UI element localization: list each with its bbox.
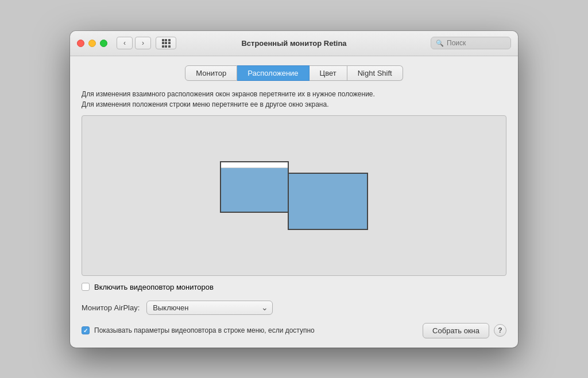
- tab-layout[interactable]: Расположение: [237, 65, 309, 81]
- monitor-area[interactable]: [82, 115, 506, 276]
- tab-color[interactable]: Цвет: [310, 65, 347, 81]
- minimize-button[interactable]: [88, 40, 96, 47]
- search-box[interactable]: 🔍: [431, 37, 511, 49]
- nav-buttons: ‹ ›: [117, 37, 151, 49]
- back-icon: ‹: [123, 39, 126, 47]
- description-line2: Для изменения положения строки меню пере…: [82, 99, 506, 110]
- close-button[interactable]: [77, 40, 84, 47]
- footer-right: Собрать окна ?: [423, 323, 506, 338]
- airplay-select[interactable]: Выключен Apple TV AirPlay Display: [146, 301, 273, 315]
- titlebar: ‹ › Встроенный монитор Retina 🔍: [70, 31, 518, 56]
- monitors-display: [220, 161, 368, 230]
- grid-icon: [162, 39, 171, 48]
- forward-button[interactable]: ›: [135, 37, 151, 49]
- show-mirror-label: Показывать параметры видеоповтора в стро…: [94, 326, 315, 334]
- search-icon: 🔍: [436, 40, 444, 47]
- maximize-button[interactable]: [100, 40, 107, 47]
- footer-row: ✓ Показывать параметры видеоповтора в ст…: [82, 323, 506, 338]
- video-mirror-checkbox[interactable]: [82, 283, 90, 291]
- airplay-label: Монитор AirPlay:: [82, 303, 140, 312]
- video-mirror-row: Включить видеоповтор мониторов: [82, 283, 506, 291]
- airplay-row: Монитор AirPlay: Выключен Apple TV AirPl…: [82, 301, 506, 315]
- tabs-row: Монитор Расположение Цвет Night Shift: [82, 65, 506, 81]
- airplay-select-wrapper: Выключен Apple TV AirPlay Display ⌄: [146, 301, 273, 315]
- window-title: Встроенный монитор Retina: [241, 39, 346, 48]
- main-window: ‹ › Встроенный монитор Retina 🔍 Монитор …: [70, 31, 518, 348]
- secondary-monitor[interactable]: [288, 173, 368, 230]
- search-input[interactable]: [447, 39, 506, 47]
- description: Для изменения взаимного расположения око…: [82, 89, 506, 110]
- show-mirror-checkbox[interactable]: ✓: [82, 326, 90, 334]
- forward-icon: ›: [142, 39, 144, 47]
- traffic-lights: [77, 40, 107, 47]
- checkmark-icon: ✓: [83, 328, 88, 334]
- footer-left: ✓ Показывать параметры видеоповтора в ст…: [82, 326, 315, 334]
- description-line1: Для изменения взаимного расположения око…: [82, 89, 506, 99]
- back-button[interactable]: ‹: [117, 37, 133, 49]
- primary-monitor[interactable]: [220, 161, 289, 213]
- menubar: [221, 162, 288, 168]
- video-mirror-label: Включить видеоповтор мониторов: [94, 283, 214, 291]
- content-area: Монитор Расположение Цвет Night Shift Дл…: [70, 56, 518, 348]
- gather-button[interactable]: Собрать окна: [423, 323, 489, 338]
- grid-button[interactable]: [156, 37, 176, 49]
- help-button[interactable]: ?: [494, 324, 506, 337]
- tab-nightshift[interactable]: Night Shift: [347, 65, 403, 81]
- tab-monitor[interactable]: Монитор: [185, 65, 237, 81]
